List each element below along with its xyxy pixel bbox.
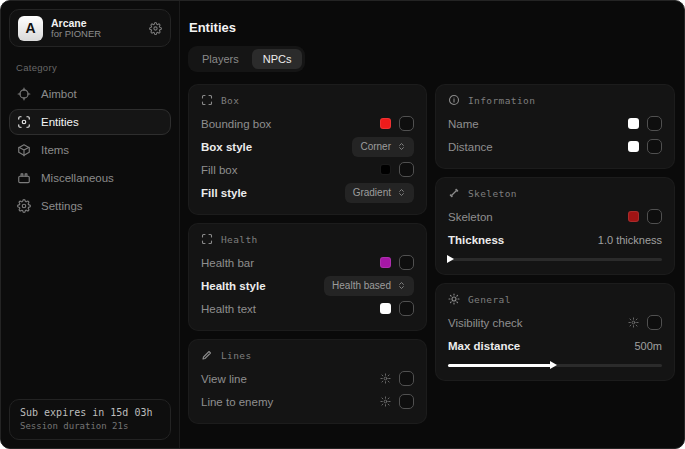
view-line-checkbox[interactable] bbox=[399, 371, 414, 386]
sidebar-item-miscellaneous[interactable]: Miscellaneous bbox=[9, 165, 171, 191]
setting-row-max-distance: Max distance 500m bbox=[448, 334, 662, 357]
gear-icon bbox=[17, 199, 31, 213]
slider-thumb[interactable] bbox=[550, 361, 557, 369]
gear-icon[interactable] bbox=[149, 22, 162, 35]
setting-label: Skeleton bbox=[448, 211, 493, 223]
setting-row-thickness: Thickness 1.0 thickness bbox=[448, 228, 662, 251]
app-subtitle: for PIONER bbox=[51, 29, 141, 40]
entity-type-tabs: Players NPCs bbox=[188, 46, 305, 72]
category-label: Category bbox=[16, 62, 171, 73]
color-swatch[interactable] bbox=[628, 118, 639, 129]
setting-label: Visibility check bbox=[448, 317, 523, 329]
info-icon bbox=[448, 94, 460, 106]
max-distance-slider[interactable] bbox=[448, 364, 662, 367]
box-panel: Box Bounding box Box style Corner bbox=[188, 84, 427, 215]
color-swatch[interactable] bbox=[628, 211, 639, 222]
setting-row-name: Name bbox=[448, 112, 662, 135]
sidebar-item-entities[interactable]: Entities bbox=[9, 109, 171, 135]
line-to-enemy-checkbox[interactable] bbox=[399, 394, 414, 409]
setting-row-distance: Distance bbox=[448, 135, 662, 158]
color-swatch[interactable] bbox=[380, 118, 391, 129]
slider-thumb[interactable] bbox=[447, 255, 454, 263]
distance-checkbox[interactable] bbox=[647, 139, 662, 154]
color-swatch[interactable] bbox=[380, 257, 391, 268]
tab-players[interactable]: Players bbox=[191, 49, 250, 69]
panel-title: General bbox=[468, 294, 511, 305]
dropdown-value: Health based bbox=[332, 280, 391, 291]
subscription-card: Sub expires in 15d 03h Session duration … bbox=[9, 399, 171, 440]
general-panel: General Visibility check Max distance bbox=[435, 283, 675, 381]
bounding-box-checkbox[interactable] bbox=[399, 116, 414, 131]
sidebar-item-label: Aimbot bbox=[41, 88, 77, 100]
color-swatch[interactable] bbox=[628, 141, 639, 152]
package-icon bbox=[17, 143, 31, 157]
pencil-line-icon bbox=[201, 349, 213, 361]
information-panel: Information Name Distance bbox=[435, 84, 675, 169]
health-style-dropdown[interactable]: Health based bbox=[324, 276, 414, 296]
entities-scan-icon bbox=[17, 115, 31, 129]
chevrons-up-down-icon bbox=[397, 188, 406, 197]
sidebar-item-settings[interactable]: Settings bbox=[9, 193, 171, 219]
app-name: Arcane bbox=[51, 17, 141, 29]
health-panel: Health Health bar Health style Health ba… bbox=[188, 223, 427, 331]
gear-icon[interactable] bbox=[380, 373, 391, 384]
setting-row-fill-style: Fill style Gradient bbox=[201, 181, 414, 204]
page-title: Entities bbox=[189, 20, 675, 35]
setting-label: Thickness bbox=[448, 234, 504, 246]
color-swatch[interactable] bbox=[380, 303, 391, 314]
panel-title: Box bbox=[221, 95, 239, 106]
dropdown-value: Corner bbox=[360, 141, 391, 152]
panel-title: Lines bbox=[221, 350, 252, 361]
tab-npcs[interactable]: NPCs bbox=[252, 49, 303, 69]
color-swatch[interactable] bbox=[380, 164, 391, 175]
setting-row-fill-box: Fill box bbox=[201, 158, 414, 181]
box-style-dropdown[interactable]: Corner bbox=[352, 137, 414, 157]
setting-label: View line bbox=[201, 373, 247, 385]
toy-brick-icon bbox=[17, 171, 31, 185]
bone-icon bbox=[448, 187, 460, 199]
health-bar-checkbox[interactable] bbox=[399, 255, 414, 270]
setting-label: Fill box bbox=[201, 164, 237, 176]
setting-label: Distance bbox=[448, 141, 493, 153]
main-content: Entities Players NPCs Box Bounding box bbox=[180, 1, 685, 448]
setting-label: Name bbox=[448, 118, 479, 130]
session-duration-text: Session duration 21s bbox=[20, 421, 160, 431]
setting-row-line-to-enemy: Line to enemy bbox=[201, 390, 414, 413]
skeleton-panel: Skeleton Skeleton Thickness 1.0 thicknes… bbox=[435, 177, 675, 275]
sidebar-item-items[interactable]: Items bbox=[9, 137, 171, 163]
crosshair-icon bbox=[17, 87, 31, 101]
setting-label: Health text bbox=[201, 303, 256, 315]
sidebar-item-aimbot[interactable]: Aimbot bbox=[9, 81, 171, 107]
thickness-slider[interactable] bbox=[448, 258, 662, 261]
health-text-checkbox[interactable] bbox=[399, 301, 414, 316]
max-distance-value: 500m bbox=[634, 340, 662, 352]
sun-icon bbox=[448, 293, 460, 305]
sidebar-item-label: Items bbox=[41, 144, 69, 156]
app-logo: A bbox=[18, 16, 43, 41]
setting-row-health-bar: Health bar bbox=[201, 251, 414, 274]
setting-label: Health style bbox=[201, 280, 266, 292]
setting-row-health-text: Health text bbox=[201, 297, 414, 320]
setting-label: Health bar bbox=[201, 257, 254, 269]
sidebar-item-label: Entities bbox=[41, 116, 79, 128]
setting-label: Fill style bbox=[201, 187, 247, 199]
lines-panel: Lines View line Line to enemy bbox=[188, 339, 427, 424]
panel-title: Skeleton bbox=[468, 188, 517, 199]
setting-label: Bounding box bbox=[201, 118, 271, 130]
name-checkbox[interactable] bbox=[647, 116, 662, 131]
gear-icon[interactable] bbox=[628, 317, 639, 328]
visibility-check-checkbox[interactable] bbox=[647, 315, 662, 330]
fill-box-checkbox[interactable] bbox=[399, 162, 414, 177]
scan-brackets-icon bbox=[201, 233, 213, 245]
chevrons-up-down-icon bbox=[397, 142, 406, 151]
sidebar-item-label: Miscellaneous bbox=[41, 172, 114, 184]
skeleton-checkbox[interactable] bbox=[647, 209, 662, 224]
gear-icon[interactable] bbox=[380, 396, 391, 407]
sidebar-nav: Aimbot Entities Items Miscellaneous bbox=[9, 81, 171, 219]
panel-title: Health bbox=[221, 234, 258, 245]
sub-expiry-text: Sub expires in 15d 03h bbox=[20, 407, 160, 418]
sidebar-item-label: Settings bbox=[41, 200, 83, 212]
scan-brackets-icon bbox=[201, 94, 213, 106]
fill-style-dropdown[interactable]: Gradient bbox=[345, 183, 414, 203]
chevrons-up-down-icon bbox=[397, 281, 406, 290]
